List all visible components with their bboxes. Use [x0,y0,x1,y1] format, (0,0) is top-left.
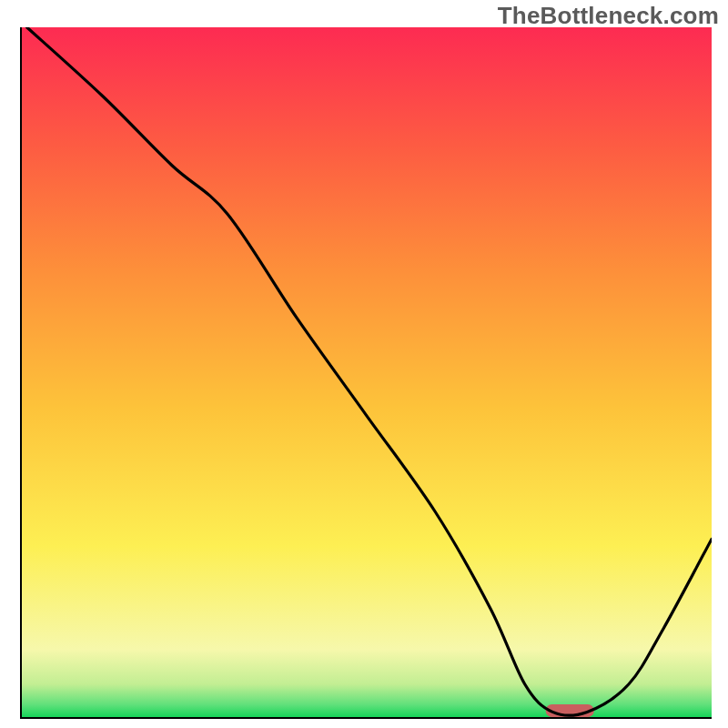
axis-left [20,27,22,719]
axis-bottom [20,717,712,719]
bottleneck-chart [20,27,712,719]
chart-container: TheBottleneck.com [0,0,728,728]
plot-area [20,27,712,719]
watermark-text: TheBottleneck.com [498,2,719,30]
gradient-background [20,27,712,719]
